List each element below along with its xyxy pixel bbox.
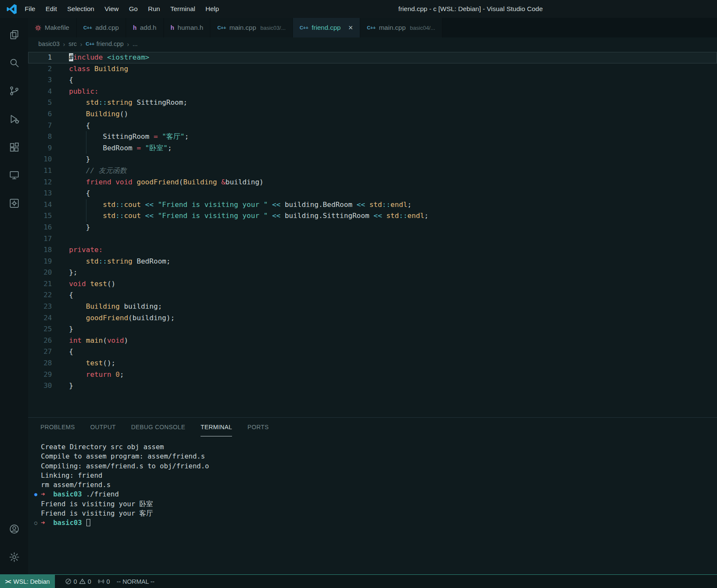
tab-main-cpp[interactable]: C++main.cppbasic03/...: [210, 18, 293, 37]
warning-count: 0: [88, 578, 91, 585]
code-line-21: 21void test(): [28, 278, 717, 290]
line-number: 22: [28, 290, 52, 301]
line-number: 16: [28, 222, 52, 233]
code-line-18: 18private:: [28, 244, 717, 256]
menu-run[interactable]: Run: [143, 5, 165, 13]
code-line-27: 27{: [28, 346, 717, 358]
panel-tab-ports[interactable]: PORTS: [247, 418, 269, 436]
extensions-icon[interactable]: [0, 133, 28, 161]
ports-indicator[interactable]: 0: [95, 575, 113, 588]
tab-label: human.h: [178, 24, 203, 32]
broadcast-icon: [98, 578, 104, 585]
terminal-line: Friend is visiting your 客厅: [41, 509, 717, 518]
line-number: 10: [28, 154, 52, 165]
code-line-16: 16}: [28, 222, 717, 233]
terminal-line: Compile to assem program: assem/friend.s: [41, 452, 717, 461]
code-line-8: 8SittingRoom = "客厅";: [28, 131, 717, 143]
port-count: 0: [106, 578, 110, 585]
tab-main-cpp[interactable]: C++main.cppbasic04/...: [360, 18, 442, 37]
tab-friend-cpp[interactable]: C++friend.cpp×: [293, 18, 360, 37]
bottom-panel: PROBLEMSOUTPUTDEBUG CONSOLETERMINALPORTS…: [28, 417, 717, 574]
panel-tab-problems[interactable]: PROBLEMS: [40, 418, 75, 436]
code-line-12: 12friend void goodFriend(Building &build…: [28, 177, 717, 188]
search-icon[interactable]: [0, 49, 28, 77]
menu-go[interactable]: Go: [124, 5, 143, 13]
breadcrumb-item-basic03[interactable]: basic03: [38, 40, 60, 47]
accounts-icon[interactable]: [0, 515, 28, 543]
close-tab-icon[interactable]: ×: [348, 24, 353, 32]
code-line-11: 11// 友元函数: [28, 165, 717, 177]
remote-explorer-icon[interactable]: [0, 161, 28, 189]
breadcrumb-separator: ›: [80, 40, 82, 48]
breadcrumb-separator: ›: [63, 40, 65, 48]
remote-indicator[interactable]: >< WSL: Debian: [0, 575, 55, 588]
menu-view[interactable]: View: [99, 5, 123, 13]
vscode-logo-icon: [6, 3, 17, 14]
panel-tab-output[interactable]: OUTPUT: [90, 418, 116, 436]
tab-label: main.cpp: [379, 24, 406, 32]
line-number: 2: [28, 63, 52, 75]
line-number: 19: [28, 256, 52, 267]
remote-icon: ><: [5, 578, 10, 585]
menu-terminal[interactable]: Terminal: [165, 5, 201, 13]
line-number: 5: [28, 97, 52, 109]
terminal-line: Compiling: assem/friend.s to obj/friend.…: [41, 462, 717, 471]
code-line-20: 20};: [28, 267, 717, 278]
code-line-4: 4public:: [28, 86, 717, 98]
code-line-9: 9BedRoom = "卧室";: [28, 143, 717, 154]
code-line-24: 24goodFriend(building);: [28, 313, 717, 324]
panel-tab-debug-console[interactable]: DEBUG CONSOLE: [131, 418, 185, 436]
source-control-icon[interactable]: [0, 77, 28, 105]
code-line-10: 10}: [28, 154, 717, 165]
line-number: 1: [28, 52, 52, 63]
activity-bar-bottom: [0, 515, 28, 571]
code-line-15: 15std::cout << "Friend is visiting your …: [28, 210, 717, 222]
line-number: 13: [28, 188, 52, 199]
code-line-19: 19std::string BedRoom;: [28, 256, 717, 267]
code-line-29: 29return 0;: [28, 369, 717, 381]
tab-human-h[interactable]: hhuman.h: [164, 18, 211, 37]
code-line-17: 17: [28, 233, 717, 245]
tab-label: Makefile: [45, 24, 69, 32]
makefile-tools-icon[interactable]: [0, 189, 28, 217]
command-decoration-circle-icon[interactable]: ○: [32, 518, 39, 528]
terminal-line: Linking: friend: [41, 471, 717, 480]
menu-file[interactable]: File: [20, 5, 40, 13]
code-line-30: 30}: [28, 380, 717, 392]
menu-edit[interactable]: Edit: [40, 5, 62, 13]
run-and-debug-icon[interactable]: [0, 105, 28, 133]
code-line-7: 7{: [28, 120, 717, 132]
command-decoration-blue-dot-icon[interactable]: ●: [32, 490, 39, 499]
cpp-file-icon: C++: [83, 25, 92, 30]
line-number: 28: [28, 358, 52, 369]
settings-gear-icon[interactable]: [0, 543, 28, 571]
menu-selection[interactable]: Selection: [62, 5, 100, 13]
breadcrumb-item-friend-cpp[interactable]: C++friend.cpp: [86, 40, 123, 47]
menu-help[interactable]: Help: [201, 5, 224, 13]
terminal-cursor: [86, 519, 90, 526]
line-number: 12: [28, 177, 52, 188]
panel-tab-terminal[interactable]: TERMINAL: [201, 418, 232, 436]
breadcrumb-label: ...: [132, 40, 138, 47]
line-number: 6: [28, 109, 52, 120]
terminal[interactable]: Create Directory src obj assemCompile to…: [28, 436, 717, 574]
activity-bar-top: [0, 20, 28, 217]
code-editor[interactable]: 1#include <iostream>2class Building3{4pu…: [28, 50, 717, 417]
code-line-22: 22{: [28, 290, 717, 301]
breadcrumb-item-src[interactable]: src: [69, 40, 77, 47]
tab-add-cpp[interactable]: C++add.cpp: [77, 18, 126, 37]
code-line-1: 1#include <iostream>: [28, 52, 717, 63]
problems-indicator[interactable]: 0 0: [62, 575, 95, 588]
h-file-icon: h: [171, 24, 175, 31]
breadcrumb-label: basic03: [38, 40, 60, 47]
tab-bar: MakefileC++add.cpphadd.hhhuman.hC++main.…: [28, 18, 717, 37]
tab-label: add.cpp: [95, 24, 119, 32]
tab-label: add.h: [140, 24, 157, 32]
vim-mode-indicator[interactable]: -- NORMAL --: [113, 575, 158, 588]
explorer-icon[interactable]: [0, 20, 28, 49]
tab-makefile[interactable]: Makefile: [28, 18, 77, 37]
tab-add-h[interactable]: hadd.h: [126, 18, 163, 37]
vscode-window: FileEditSelectionViewGoRunTerminalHelp f…: [0, 0, 717, 588]
h-file-icon: h: [133, 24, 137, 31]
breadcrumb-item-[interactable]: ...: [132, 40, 138, 47]
